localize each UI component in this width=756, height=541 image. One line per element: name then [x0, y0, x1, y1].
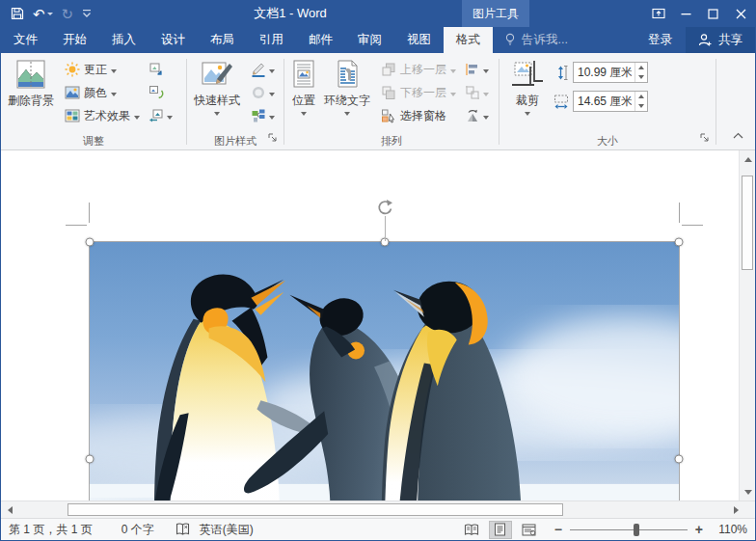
customize-qat-button[interactable] — [82, 9, 92, 18]
spin-up-icon — [638, 95, 644, 98]
remove-background-button[interactable]: 删除背景 — [4, 58, 58, 109]
crop-button[interactable]: 裁剪 — [507, 58, 548, 116]
selection-handle-middle-left[interactable] — [86, 455, 94, 464]
selection-handle-middle-right[interactable] — [675, 455, 684, 464]
customize-qat-icon — [82, 9, 92, 18]
shape-height-spinner[interactable] — [634, 63, 647, 82]
group-objects-button[interactable] — [463, 81, 491, 104]
selected-picture[interactable] — [89, 241, 680, 500]
send-backward-button[interactable]: 下移一层 — [379, 81, 458, 104]
tab-design[interactable]: 设计 — [148, 27, 198, 53]
save-button[interactable] — [11, 7, 24, 20]
page-number-indicator[interactable]: 第 1 页，共 1 页 — [9, 522, 93, 538]
horizontal-scrollbar[interactable] — [1, 500, 755, 518]
undo-dropdown-icon — [47, 13, 53, 15]
shape-height-icon — [554, 65, 569, 81]
close-button[interactable] — [726, 0, 755, 27]
scroll-up-button[interactable] — [741, 151, 755, 167]
scroll-up-icon — [744, 157, 752, 162]
zoom-slider-thumb[interactable] — [634, 524, 639, 536]
align-objects-button[interactable] — [463, 58, 491, 81]
web-layout-icon — [522, 524, 536, 536]
quick-styles-button[interactable]: 快速样式 — [190, 58, 244, 116]
maximize-button[interactable] — [699, 0, 726, 27]
sign-in-button[interactable]: 登录 — [634, 27, 686, 53]
position-button[interactable]: 位置 — [287, 58, 320, 116]
horizontal-scrollbar-thumb[interactable] — [68, 503, 563, 516]
print-layout-button[interactable] — [489, 521, 512, 539]
collapse-ribbon-button[interactable] — [733, 125, 743, 143]
tab-file[interactable]: 文件 — [1, 27, 50, 53]
zoom-slider[interactable] — [570, 529, 688, 530]
picture-styles-dialog-launcher[interactable] — [268, 129, 278, 147]
wrap-text-label: 环绕文字 — [324, 93, 370, 109]
minimize-button[interactable] — [672, 0, 699, 27]
shape-width-spinner[interactable] — [634, 92, 647, 111]
share-button[interactable]: 共享 — [686, 27, 755, 53]
position-icon — [291, 60, 316, 91]
share-person-icon — [698, 33, 713, 47]
shape-width-spinbox — [573, 91, 648, 112]
size-dialog-launcher[interactable] — [700, 129, 710, 147]
bring-forward-icon — [381, 62, 396, 77]
tab-mailings[interactable]: 邮件 — [296, 27, 345, 53]
shape-height-input[interactable] — [574, 66, 632, 79]
bring-forward-button[interactable]: 上移一层 — [379, 58, 458, 81]
document-canvas[interactable] — [1, 150, 755, 500]
crop-icon — [511, 60, 544, 91]
undo-button[interactable]: ↶ — [33, 7, 53, 21]
ribbon-display-options-button[interactable] — [645, 0, 672, 27]
compress-pictures-button[interactable] — [147, 58, 175, 81]
tab-format-active[interactable]: 格式 — [444, 27, 493, 53]
penguins-photo[interactable] — [90, 242, 679, 500]
tab-review[interactable]: 审阅 — [345, 27, 394, 53]
zoom-level-indicator[interactable]: 110% — [713, 523, 747, 536]
selection-pane-button[interactable]: 选择窗格 — [379, 104, 458, 127]
scroll-down-button[interactable] — [741, 484, 755, 500]
print-layout-icon — [494, 523, 506, 536]
color-button[interactable]: 颜色 — [63, 81, 142, 104]
rotate-objects-button[interactable] — [463, 104, 491, 127]
proofing-status-button[interactable] — [176, 523, 190, 536]
reset-picture-button[interactable] — [147, 104, 175, 127]
send-backward-dropdown-icon — [450, 93, 456, 96]
quick-styles-dropdown-icon — [214, 112, 220, 116]
spin-down-icon — [638, 104, 644, 108]
picture-layout-button[interactable] — [249, 104, 277, 127]
shape-width-input[interactable] — [574, 95, 632, 108]
selection-handle-top-right[interactable] — [675, 238, 684, 247]
artistic-effects-button[interactable]: 艺术效果 — [63, 104, 142, 127]
wrap-text-button[interactable]: 环绕文字 — [320, 58, 374, 116]
remove-background-icon — [14, 60, 47, 91]
zoom-out-button[interactable]: − — [554, 523, 562, 536]
tab-references[interactable]: 引用 — [247, 27, 296, 53]
tab-insert[interactable]: 插入 — [99, 27, 148, 53]
scroll-left-button[interactable] — [2, 502, 17, 517]
group-size: 裁剪 — [500, 56, 716, 149]
tab-layout[interactable]: 布局 — [198, 27, 247, 53]
selection-handle-top-left[interactable] — [86, 238, 94, 247]
vertical-scrollbar[interactable] — [739, 150, 755, 500]
language-indicator[interactable]: 英语(美国) — [200, 522, 254, 538]
change-picture-button[interactable] — [147, 81, 175, 104]
scroll-right-button[interactable] — [728, 502, 743, 517]
contextual-tool-header[interactable]: 图片工具 — [462, 0, 529, 27]
group-adjust: 删除背景 更正 颜色 艺术效果 — [1, 56, 186, 149]
web-layout-button[interactable] — [518, 521, 541, 539]
read-mode-button[interactable] — [460, 521, 483, 539]
status-bar-right: − + 110% — [454, 521, 747, 539]
redo-button[interactable]: ↻ — [62, 7, 74, 21]
scroll-down-icon — [744, 490, 752, 495]
corrections-button[interactable]: 更正 — [63, 58, 142, 81]
tab-view[interactable]: 视图 — [394, 27, 444, 53]
zoom-in-button[interactable]: + — [695, 523, 703, 536]
tell-me-box[interactable]: 告诉我... — [493, 27, 580, 53]
color-label: 颜色 — [84, 85, 107, 101]
word-count-indicator[interactable]: 0 个字 — [122, 522, 154, 538]
position-dropdown-icon — [301, 112, 307, 116]
picture-effects-button[interactable] — [249, 81, 277, 104]
picture-border-button[interactable] — [249, 58, 277, 81]
tab-home[interactable]: 开始 — [50, 27, 99, 53]
rotate-handle[interactable] — [375, 199, 393, 221]
vertical-scrollbar-thumb[interactable] — [742, 176, 753, 270]
